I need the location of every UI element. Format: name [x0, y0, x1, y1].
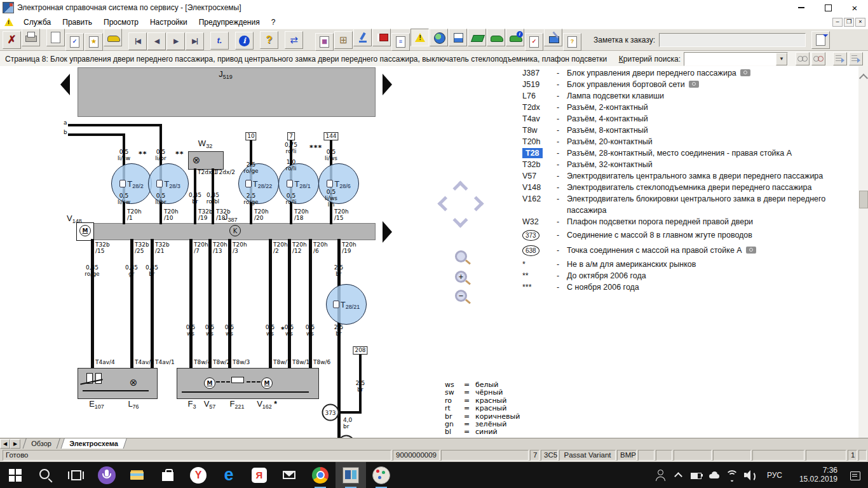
camera-icon[interactable] — [746, 247, 756, 254]
maximize-button[interactable] — [815, 0, 841, 15]
info-button[interactable]: i — [235, 32, 254, 50]
menu-help[interactable]: ? — [266, 17, 281, 28]
language-indicator[interactable]: РУС — [763, 470, 786, 480]
edge-button[interactable] — [214, 462, 244, 488]
page-next-arrow[interactable] — [383, 74, 392, 95]
legend-item-j387[interactable]: J387 - Блок управления двери переднего п… — [522, 67, 858, 79]
menu-nastroyki[interactable]: Настройки — [144, 17, 193, 28]
mdi-restore-button[interactable]: ❒ — [844, 18, 854, 27]
tray-expand-icon[interactable] — [672, 468, 686, 483]
people-icon[interactable] — [654, 468, 668, 483]
legend-item-t32b[interactable]: T32b - Разъём, 32-контактный — [522, 159, 858, 170]
search-criteria-input[interactable] — [684, 53, 776, 65]
service-button[interactable] — [544, 29, 562, 46]
tab-obzor[interactable]: Обзор — [22, 438, 60, 449]
page-next-arrow[interactable] — [383, 221, 392, 243]
flag-button[interactable] — [449, 29, 467, 46]
list-insert-button[interactable] — [833, 52, 847, 65]
pan-up-icon[interactable] — [452, 180, 468, 196]
checklist-button[interactable]: ✓ — [525, 33, 543, 51]
scrollbar-thumb[interactable] — [859, 191, 868, 208]
legend-item-v162[interactable]: V162 - Электродвигатель блокировки центр… — [522, 193, 858, 216]
legend-item-star[interactable]: * - Не в а/м для американских рынков — [522, 259, 858, 270]
camera-icon[interactable] — [689, 81, 699, 88]
warnings-button[interactable] — [410, 29, 429, 46]
eraser-button[interactable] — [468, 29, 486, 46]
goto-button[interactable]: t. — [210, 32, 229, 50]
list-insert-all-button[interactable] — [849, 52, 863, 65]
mail-button[interactable] — [275, 462, 305, 488]
vehicle-button[interactable] — [104, 29, 122, 46]
help-doc-button[interactable]: ? — [563, 33, 581, 51]
file-explorer-button[interactable] — [122, 462, 153, 488]
nav-next-button[interactable]: ▶ — [166, 32, 185, 50]
elsa-app-button[interactable] — [336, 462, 366, 488]
start-button[interactable] — [0, 462, 31, 488]
connector-circle[interactable]: T28/21 — [326, 284, 367, 325]
internet-button[interactable] — [430, 29, 448, 46]
car-info-button[interactable] — [506, 29, 524, 46]
combo-dropdown-button[interactable]: ▼ — [776, 53, 787, 65]
tab-elektroskhema[interactable]: Электросхема — [60, 438, 126, 449]
menu-preduprezhdeniya[interactable]: Предупреждения — [193, 17, 266, 28]
pan-left-icon[interactable] — [437, 196, 452, 211]
legend-item-t2dx[interactable]: T2dx - Разъём, 2-контактный — [522, 102, 858, 113]
legend-item-j519[interactable]: J519 - Блок управления бортовой сети — [522, 79, 858, 90]
print-button[interactable] — [22, 29, 40, 46]
legend-item-l76[interactable]: L76 - Лампа подсветки клавиши — [522, 90, 858, 102]
onedrive-icon[interactable] — [707, 468, 721, 483]
swap-button[interactable]: ⇄ — [285, 31, 303, 49]
inspection-button[interactable] — [353, 29, 372, 46]
zoom-out-icon[interactable]: − — [455, 290, 467, 302]
nav-first-button[interactable]: |◀ — [128, 32, 147, 50]
pan-right-icon[interactable] — [468, 196, 484, 211]
legend-item-t8w[interactable]: T8w - Разъём, 8-контактный — [522, 125, 858, 136]
note-button[interactable] — [811, 31, 830, 49]
documents-button[interactable]: ▦ — [315, 33, 334, 51]
battery-icon[interactable] — [689, 468, 703, 483]
scroll-up-icon[interactable] — [859, 74, 868, 83]
yandex-browser-button[interactable] — [183, 462, 214, 488]
new-note-button[interactable]: ★ — [85, 33, 103, 51]
legend-item-star2[interactable]: ** - До октября 2006 года — [522, 270, 858, 281]
voice-assistant-button[interactable] — [92, 462, 122, 488]
manual-button[interactable] — [372, 29, 391, 46]
nav-last-button[interactable]: ▶| — [186, 32, 204, 50]
menu-sluzhba[interactable]: Служба — [18, 17, 57, 28]
menu-prosmotr[interactable]: Просмотр — [98, 17, 144, 28]
legend-item-w32[interactable]: W32 - Плафон подсветки порога передней п… — [522, 216, 858, 227]
camera-icon[interactable] — [740, 69, 750, 76]
legend-item-t20h[interactable]: T20h - Разъём, 20-контактный — [522, 136, 858, 147]
connector-circle[interactable]: T28/1 — [278, 163, 319, 204]
legend-item-star3[interactable]: *** - С ноября 2006 года — [522, 281, 858, 293]
close-button[interactable]: × — [841, 0, 868, 15]
order-note-input[interactable] — [659, 33, 806, 47]
legend-item-v57[interactable]: V57 - Электродвигатель центрального замк… — [522, 170, 858, 182]
nav-prev-button[interactable]: ◀ — [147, 32, 166, 50]
yandex-app-button[interactable] — [244, 462, 275, 488]
edit-document-button[interactable]: ✓ — [65, 33, 84, 51]
legend-item-t4av[interactable]: T4av - Разъём, 4-контактный — [522, 113, 858, 125]
register-button[interactable]: ≡ — [391, 33, 410, 51]
parts-button[interactable]: ⊞ — [334, 31, 353, 49]
clock[interactable]: 7:36 15.02.2019 — [796, 466, 841, 484]
legend-scrollbar[interactable] — [858, 66, 868, 438]
menu-pravit[interactable]: Править — [57, 17, 98, 28]
search-button[interactable] — [31, 462, 61, 488]
mdi-minimize-button[interactable]: – — [832, 18, 843, 27]
exit-button[interactable]: ✗ — [3, 31, 21, 49]
connector-circle[interactable]: T28/3 — [148, 163, 189, 204]
help-button[interactable]: ? — [260, 31, 278, 49]
zoom-in-icon[interactable]: + — [455, 271, 467, 283]
legend-item-373[interactable]: 373 - Соединение с массой 8 в главном жг… — [522, 228, 858, 243]
legend-item-638[interactable]: 638 - Точка соединения с массой на право… — [522, 243, 858, 258]
tab-scroll-right-button[interactable]: ▶ — [10, 439, 20, 449]
car-data-button[interactable] — [487, 29, 505, 46]
mdi-close-button[interactable]: × — [855, 18, 865, 27]
store-button[interactable] — [153, 462, 183, 488]
tab-scroll-left-button[interactable]: ◀ — [0, 439, 10, 449]
find-next-button[interactable] — [811, 52, 825, 65]
new-document-button[interactable] — [46, 29, 65, 46]
wifi-icon[interactable] — [725, 468, 739, 483]
task-view-button[interactable] — [61, 462, 92, 488]
